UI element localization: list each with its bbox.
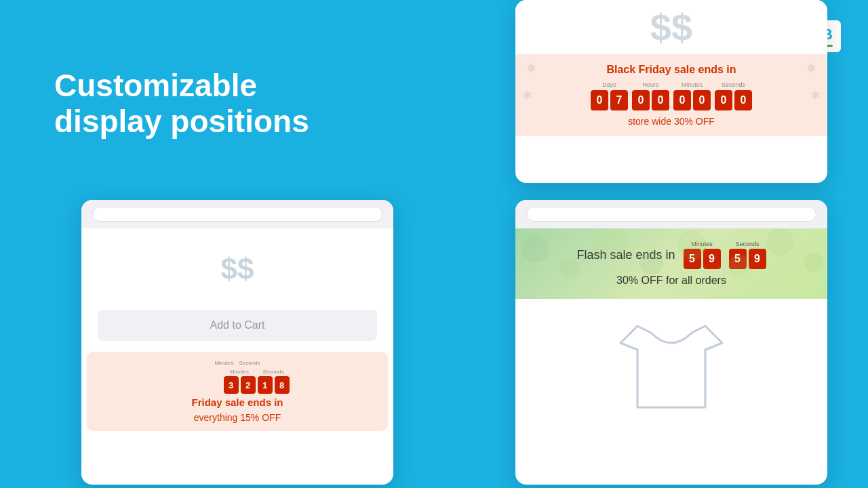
days-d2: 7 xyxy=(610,90,628,110)
seconds-label-top: Seconds xyxy=(722,81,745,88)
days-label: Days xyxy=(602,81,616,88)
heading-line1: Customizable xyxy=(54,68,309,104)
window-bottom-left: $$ Add to Cart Minutes Seconds Minutes 3… xyxy=(81,200,393,485)
main-heading: Customizable display positions xyxy=(54,68,309,140)
dollar-area-top: $$ xyxy=(515,0,827,54)
countdown-banner-right: Flash sale ends in Minutes 5 9 Seconds 5… xyxy=(515,228,827,299)
min-d2: 0 xyxy=(693,90,711,110)
hours-digits: 0 0 xyxy=(632,90,669,110)
minutes-digits-top: 0 0 xyxy=(673,90,711,110)
flash-sec-digits: 5 9 xyxy=(729,249,766,269)
flash-sec-d1: 5 xyxy=(729,249,747,269)
flash-prefix: Flash sale ends in xyxy=(576,248,675,262)
flash-seconds-group: Seconds 5 9 xyxy=(729,241,766,269)
bl-min-d1: 3 xyxy=(224,376,239,394)
address-bar-right xyxy=(526,207,816,222)
countdown-banner-top: ❄ ❄ ❄ ❄ Black Friday sale ends in Days 0… xyxy=(515,54,827,136)
min-d1: 0 xyxy=(673,90,691,110)
minutes-group-top: Minutes 0 0 xyxy=(673,81,711,110)
flash-banner-row: Flash sale ends in Minutes 5 9 Seconds 5… xyxy=(529,241,814,269)
days-digits: 0 7 xyxy=(591,90,628,110)
countdown-banner-left: Minutes Seconds Minutes 3 2 Seconds xyxy=(87,352,388,431)
bl-sec-d1: 1 xyxy=(258,376,273,394)
add-to-cart-button[interactable]: Add to Cart xyxy=(98,310,377,341)
bl-sec-d2: 8 xyxy=(275,376,290,394)
flash-subtitle: 30% OFF for all orders xyxy=(529,274,814,287)
seconds-digits-top: 0 0 xyxy=(715,90,752,110)
hours-d1: 0 xyxy=(632,90,650,110)
sec-d1: 0 xyxy=(715,90,732,110)
shirt-area xyxy=(515,299,827,434)
banner-title-left: Friday sale ends in xyxy=(191,396,283,408)
banner-title-top: Black Friday sale ends in xyxy=(529,64,814,76)
snowflake-icon-4: ❄ xyxy=(810,88,821,103)
min-label-inline: Minutes xyxy=(230,369,249,375)
tshirt-svg xyxy=(617,312,726,421)
sec-d2: 0 xyxy=(734,90,752,110)
days-group: Days 0 7 xyxy=(591,81,628,110)
snowflake-icon-3: ❄ xyxy=(806,61,816,76)
banner-subtitle-left: everything 15% OFF xyxy=(98,412,377,423)
flash-min-label: Minutes xyxy=(691,241,713,247)
hours-label: Hours xyxy=(642,81,658,88)
seconds-group-top: Seconds 0 0 xyxy=(715,81,752,110)
flash-sec-d2: 9 xyxy=(749,249,766,269)
dollar-sign-left: $$ xyxy=(221,252,254,286)
product-area-left: $$ xyxy=(81,228,393,310)
heading-line2: display positions xyxy=(54,104,309,140)
flash-min-d2: 9 xyxy=(703,249,721,269)
window-bar-left xyxy=(81,200,393,228)
hours-group: Hours 0 0 xyxy=(632,81,669,110)
window-bar-right xyxy=(515,200,827,228)
dollar-sign-top: $$ xyxy=(650,5,692,49)
minutes-label-left: Minutes xyxy=(214,360,233,366)
address-bar-left xyxy=(92,207,382,222)
banner-subtitle-top: store wide 30% OFF xyxy=(529,116,814,127)
window-bottom-right: Flash sale ends in Minutes 5 9 Seconds 5… xyxy=(515,200,827,485)
days-d1: 0 xyxy=(591,90,608,110)
flash-min-digits: 5 9 xyxy=(684,249,721,269)
flash-sec-label: Seconds xyxy=(736,241,760,247)
sec-label-inline: Seconds xyxy=(262,369,283,375)
minutes-label-top: Minutes xyxy=(682,81,703,88)
bl-min-d2: 2 xyxy=(241,376,256,394)
flash-min-d1: 5 xyxy=(684,249,701,269)
window-top-right: $$ ❄ ❄ ❄ ❄ Black Friday sale ends in Day… xyxy=(515,0,827,183)
snowflake-icon-2: ❄ xyxy=(522,88,532,103)
seconds-label-left: Seconds xyxy=(239,360,260,366)
banner-row-left: Friday sale ends in xyxy=(98,396,377,408)
flash-minutes-group: Minutes 5 9 xyxy=(684,241,721,269)
countdown-row-top: Days 0 7 Hours 0 0 Minutes 0 0 xyxy=(529,81,814,110)
hours-d2: 0 xyxy=(652,90,669,110)
snowflake-icon-1: ❄ xyxy=(526,61,536,76)
